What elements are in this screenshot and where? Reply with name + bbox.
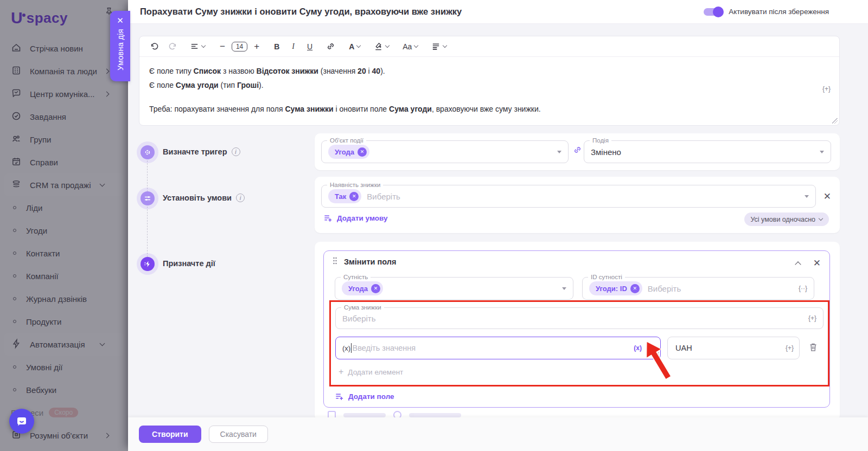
drawer-content: − 14 + B I U A Aa — [128, 24, 868, 417]
sidebar-item-call-log[interactable]: Журнал дзвінків — [0, 287, 128, 310]
event-value: Змінено — [591, 147, 621, 157]
condition-value-chip: Так ✕ — [328, 189, 361, 203]
conditions-step-icon — [141, 191, 155, 205]
comm-center-icon — [11, 88, 23, 100]
step-trigger: Визначте тригер i — [163, 147, 240, 156]
insert-variable-token[interactable]: {+} — [808, 314, 816, 322]
editor-body[interactable]: {+} Є поле типу Список з назвою Відсоток… — [139, 57, 839, 121]
conditions-mode-label: Усі умови одночасно — [751, 216, 815, 223]
trigger-step-icon — [141, 145, 155, 159]
sidebar-item-crm-sales[interactable]: CRM та продажі — [4, 173, 124, 196]
insert-variable-token[interactable]: {+} — [822, 82, 831, 96]
chip-remove-icon[interactable]: ✕ — [371, 284, 380, 293]
sidebar-item-deals[interactable]: Угоди — [0, 219, 128, 242]
text-case-menu[interactable]: Aa — [400, 41, 420, 53]
dropdown-arrow-icon[interactable] — [805, 195, 809, 198]
info-icon[interactable]: i — [232, 147, 240, 156]
create-button[interactable]: Створити — [139, 426, 201, 443]
collapse-card-icon[interactable] — [795, 261, 801, 267]
sidebar-item-label: Ліди — [26, 203, 42, 212]
redo-icon[interactable] — [165, 40, 180, 53]
link-icon[interactable] — [323, 40, 338, 53]
sidebar-item-conditional-actions[interactable]: Умовні дії — [0, 356, 128, 378]
drag-handle-icon[interactable] — [333, 256, 337, 267]
list-menu-icon[interactable] — [429, 40, 449, 53]
formula-value-input[interactable]: (x) Введіть значення (x) {+} — [335, 337, 661, 359]
insert-id-token[interactable]: {··} — [799, 285, 807, 292]
sidebar-item-comm-center[interactable]: Центр комуніка... — [0, 82, 128, 105]
entity-id-label: ID сутності — [588, 273, 625, 281]
insert-variable-token[interactable]: {+} — [786, 344, 794, 352]
description-editor: − 14 + B I U A Aa — [139, 36, 840, 126]
sidebar-item-companies[interactable]: Компанії — [0, 265, 128, 287]
cancel-button[interactable]: Скасувати — [209, 426, 268, 443]
sidebar-item-products[interactable]: Продукти — [0, 310, 128, 333]
sidebar-item-tasks[interactable]: Завдання — [0, 105, 128, 128]
sidebar-item-company-people[interactable]: Компанія та люди — [0, 60, 128, 82]
change-fields-action-card: Змінити поля ✕ Сутність Угода ✕ — [323, 250, 830, 408]
chip-label: Угоди: ID — [596, 285, 627, 293]
delete-row-icon[interactable] — [808, 342, 818, 355]
font-increase-icon[interactable]: + — [251, 40, 262, 54]
add-condition-button[interactable]: Додати умову — [323, 214, 387, 223]
condition-field-select[interactable]: Наявність знижки Так ✕ Виберіть — [321, 185, 816, 208]
chip-remove-icon[interactable]: ✕ — [349, 192, 359, 201]
sidebar-item-label: Центр комуніка... — [30, 89, 95, 99]
add-field-label: Додати поле — [348, 392, 394, 401]
currency-select[interactable]: UAH {+} — [667, 337, 800, 359]
bold-button[interactable]: B — [271, 41, 282, 53]
page-header: Порахувати Суму знижки і оновити Суму уг… — [128, 0, 868, 24]
partial-hidden-row — [328, 411, 461, 417]
entity-id-select[interactable]: ID сутності Угоди: ID ✕ Виберіть {··} — [582, 277, 814, 300]
chevron-down-icon — [385, 43, 390, 48]
sidebar-item-webhooks[interactable]: Вебхуки — [0, 378, 128, 401]
add-field-button[interactable]: Додати поле — [335, 392, 394, 401]
remove-action-icon[interactable]: ✕ — [813, 257, 821, 269]
event-object-select[interactable]: Об'єкт події Угода ✕ — [321, 140, 569, 163]
sidebar-item-leads[interactable]: Ліди — [0, 196, 128, 219]
undo-icon[interactable] — [147, 40, 162, 53]
discount-field-select[interactable]: Сума знижки Виберіть {+} — [335, 307, 824, 329]
bullet-icon — [13, 206, 16, 209]
text-color-menu[interactable]: A — [346, 41, 363, 53]
chip-label: Угода — [335, 148, 354, 156]
editor-resize-handle[interactable] — [832, 118, 838, 124]
dropdown-arrow-icon[interactable] — [562, 287, 566, 290]
remove-condition-icon[interactable]: ✕ — [824, 191, 831, 202]
discount-placeholder: Виберіть — [342, 314, 376, 323]
chat-fab-button[interactable] — [9, 409, 34, 434]
info-icon[interactable]: i — [236, 194, 245, 202]
add-element-button[interactable]: + Додати елемент — [339, 367, 403, 377]
soon-badge: Скоро — [49, 408, 78, 417]
chevron-right-icon — [104, 433, 110, 438]
font-decrease-icon[interactable]: − — [217, 40, 228, 54]
dropdown-arrow-icon[interactable] — [820, 151, 824, 153]
bullet-icon — [13, 320, 16, 323]
sidebar-item-groups[interactable]: Групи — [0, 128, 128, 151]
chip-remove-icon[interactable]: ✕ — [630, 284, 640, 293]
step-conditions: Установіть умови i — [163, 194, 245, 202]
sidebar-item-cases[interactable]: Справи — [0, 151, 128, 173]
tasks-icon — [11, 111, 23, 123]
chip-remove-icon[interactable]: ✕ — [358, 147, 367, 157]
event-select[interactable]: Подія Змінено — [584, 140, 831, 163]
highlight-color-menu[interactable] — [371, 40, 392, 53]
editor-paragraph — [149, 92, 818, 102]
sidebar-item-contacts[interactable]: Контакти — [0, 242, 128, 265]
entity-select[interactable]: Сутність Угода ✕ — [335, 277, 573, 300]
font-size-value[interactable]: 14 — [232, 42, 247, 51]
editor-paragraph: Є поле типу Список з назвою Відсоток зни… — [149, 64, 818, 78]
dropdown-arrow-icon[interactable] — [557, 151, 561, 153]
company-people-icon — [11, 65, 23, 77]
event-object-chip: Угода ✕ — [328, 145, 369, 159]
align-menu-icon[interactable] — [187, 40, 208, 53]
sidebar-item-news-feed[interactable]: Стрічка новин — [0, 37, 128, 60]
italic-button[interactable]: I — [289, 41, 297, 53]
underline-button[interactable]: U — [304, 41, 315, 53]
drawer-tab-conditional-action[interactable]: ✕ Умовна дія — [110, 11, 130, 81]
sidebar-item-automation[interactable]: Автоматизація — [4, 333, 124, 356]
drawer-close-icon[interactable]: ✕ — [117, 16, 124, 24]
activate-toggle[interactable] — [704, 8, 722, 16]
activate-toggle-label: Активувати після збереження — [729, 8, 829, 16]
conditions-mode-selector[interactable]: Усі умови одночасно — [744, 212, 829, 226]
